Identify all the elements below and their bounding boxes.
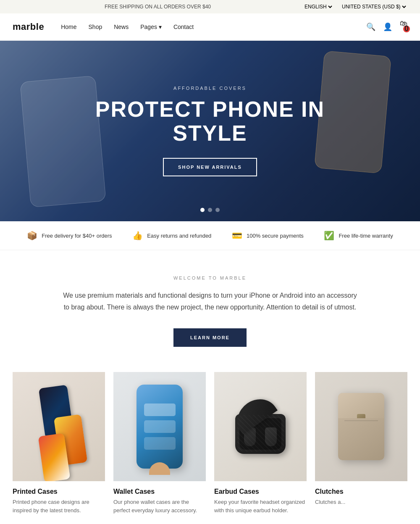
category-wallet-desc: Our phone wallet cases are the perfect e… <box>113 498 206 514</box>
categories-section: Printed Cases Printed phone case designs… <box>0 368 420 524</box>
feature-delivery-text: Free delivery for $40+ orders <box>42 233 112 239</box>
hero-content: AFFORDABLE COVERS PROTECT PHONE IN STYLE… <box>76 86 344 176</box>
category-wallet-name: Wallet Cases <box>113 488 206 495</box>
feature-returns: 👍 Easy returns and refunded <box>132 231 211 241</box>
category-earbud-desc: Keep your favorite headset organized wit… <box>214 498 307 514</box>
top-bar-right: ENGLISH UNITED STATES (USD $) <box>303 3 407 10</box>
cart-icon[interactable]: 🛍 0 <box>400 19 407 35</box>
category-clutch-name: Clutches <box>315 488 407 495</box>
hero-title: PROTECT PHONE IN STYLE <box>76 97 344 145</box>
hero-cta-button[interactable]: SHOP NEW ARRIVALS <box>163 158 257 176</box>
main-nav: Home Shop News Pages ▾ Contact <box>61 24 366 30</box>
category-printed-name: Printed Cases <box>13 488 105 495</box>
welcome-section: WELCOME TO MARBLE We use premium materia… <box>46 250 374 368</box>
category-earbud-image <box>214 372 307 481</box>
cart-badge: 0 <box>403 26 410 32</box>
category-clutch[interactable]: Clutches Clutches a... <box>315 372 407 514</box>
header: marble Home Shop News Pages ▾ Contact 🔍 … <box>0 13 420 41</box>
nav-pages[interactable]: Pages ▾ <box>140 24 162 30</box>
shipping-notice: FREE SHIPPING ON ALL ORDERS OVER $40 <box>13 4 303 10</box>
account-icon[interactable]: 👤 <box>383 22 392 31</box>
hero-dot-1[interactable] <box>200 208 205 212</box>
category-wallet[interactable]: Wallet Cases Our phone wallet cases are … <box>113 372 206 514</box>
hero-dots <box>200 208 220 212</box>
hero-dot-3[interactable] <box>215 208 220 212</box>
category-printed-image <box>13 372 105 481</box>
nav-shop[interactable]: Shop <box>89 24 102 30</box>
feature-payments: 💳 100% secure payments <box>232 231 304 241</box>
welcome-label: WELCOME TO MARBLE <box>63 275 357 280</box>
nav-contact[interactable]: Contact <box>173 24 194 30</box>
feature-payments-text: 100% secure payments <box>247 233 304 239</box>
payments-icon: 💳 <box>232 231 242 241</box>
warranty-icon: ✅ <box>324 231 334 241</box>
nav-news[interactable]: News <box>114 24 129 30</box>
category-wallet-image <box>113 372 206 481</box>
hero-subtitle: AFFORDABLE COVERS <box>76 86 344 91</box>
nav-home[interactable]: Home <box>61 24 76 30</box>
welcome-text: We use premium materials and functional … <box>63 290 357 313</box>
learn-more-button[interactable]: LEARN MORE <box>173 328 247 347</box>
category-earbud-name: Earbud Cases <box>214 488 307 495</box>
feature-delivery: 📦 Free delivery for $40+ orders <box>27 231 112 241</box>
language-selector[interactable]: ENGLISH <box>303 3 333 10</box>
currency-selector[interactable]: UNITED STATES (USD $) <box>340 3 407 10</box>
category-earbud[interactable]: Earbud Cases Keep your favorite headset … <box>214 372 307 514</box>
hero-dot-2[interactable] <box>208 208 212 212</box>
feature-warranty-text: Free life-time warranty <box>339 233 393 239</box>
search-icon[interactable]: 🔍 <box>366 22 375 31</box>
hero-section: AFFORDABLE COVERS PROTECT PHONE IN STYLE… <box>0 41 420 221</box>
top-bar: FREE SHIPPING ON ALL ORDERS OVER $40 ENG… <box>0 0 420 13</box>
feature-returns-text: Easy returns and refunded <box>147 233 211 239</box>
categories-grid: Printed Cases Printed phone case designs… <box>13 372 407 514</box>
delivery-icon: 📦 <box>27 231 37 241</box>
category-printed-desc: Printed phone case designs are inspired … <box>13 498 105 514</box>
header-icons: 🔍 👤 🛍 0 <box>366 19 407 35</box>
features-bar: 📦 Free delivery for $40+ orders 👍 Easy r… <box>0 221 420 250</box>
logo[interactable]: marble <box>13 21 44 32</box>
chevron-down-icon: ▾ <box>159 24 162 30</box>
feature-warranty: ✅ Free life-time warranty <box>324 231 393 241</box>
category-clutch-desc: Clutches a... <box>315 498 407 506</box>
returns-icon: 👍 <box>132 231 143 241</box>
category-clutch-image <box>315 372 407 481</box>
category-printed[interactable]: Printed Cases Printed phone case designs… <box>13 372 105 514</box>
